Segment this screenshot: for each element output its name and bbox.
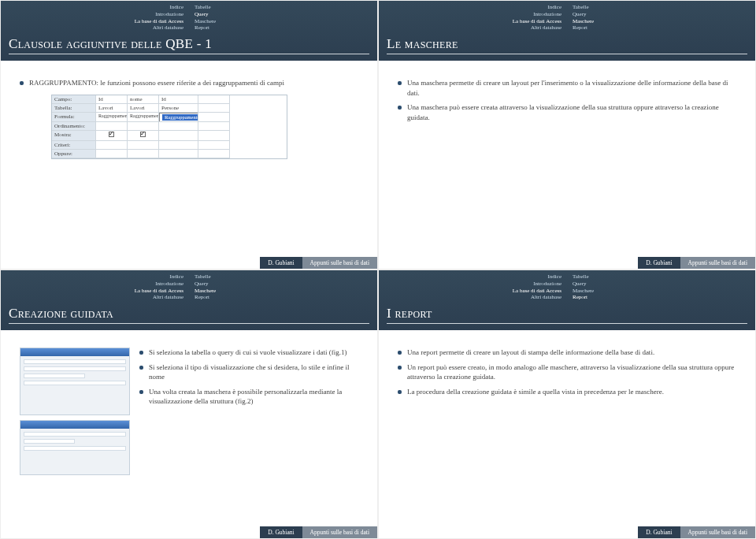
- slide-title: Creazione guidata: [9, 306, 369, 322]
- qbe-cell[interactable]: [128, 141, 159, 150]
- screenshot-column: [20, 348, 130, 480]
- bullet: RAGGRUPPAMENTO: le funzioni possono esse…: [20, 78, 358, 88]
- slide-body: Si seleziona la tabella o query di cui s…: [1, 330, 377, 526]
- qbe-label: Tabella:: [52, 104, 96, 113]
- slide-title: I report: [387, 306, 747, 322]
- qbe-cell[interactable]: [198, 113, 230, 121]
- bullet: Si seleziona la tabella o query di cui s…: [139, 348, 358, 358]
- nav-l0[interactable]: Indice: [170, 273, 184, 281]
- qbe-cell[interactable]: [198, 104, 230, 113]
- footer-author: D. Gubiani: [260, 526, 302, 538]
- nav-l2[interactable]: La base di dati Access: [135, 18, 183, 25]
- qbe-label: Formula:: [52, 113, 96, 121]
- slide-qbe: Indice Introduzione La base di dati Acce…: [0, 0, 378, 270]
- qbe-cell[interactable]: Id: [96, 95, 128, 104]
- qbe-cell[interactable]: Raggruppamento: [96, 113, 128, 121]
- qbe-cell[interactable]: Id: [159, 95, 198, 104]
- nav-l2[interactable]: La base di dati Access: [135, 288, 183, 295]
- qbe-cell[interactable]: Lavori: [128, 104, 159, 113]
- qbe-cell[interactable]: [198, 122, 230, 131]
- slide-report: Indice Introduzione La base di dati Acce…: [378, 270, 756, 539]
- qbe-label: Ordinamento:: [52, 122, 96, 131]
- qbe-label: Criteri:: [52, 141, 96, 150]
- qbe-cell[interactable]: nome: [128, 95, 159, 104]
- qbe-cell[interactable]: [198, 150, 230, 158]
- nav-r2[interactable]: Maschere: [573, 18, 594, 25]
- nav-l3[interactable]: Altri database: [153, 294, 183, 301]
- footer-note: Appunti sulle basi di dati: [680, 526, 755, 538]
- qbe-cell[interactable]: [159, 150, 198, 158]
- dropdown-list[interactable]: Raggruppamento Somma Media Min Max Conte…: [159, 113, 198, 121]
- qbe-cell[interactable]: [96, 141, 128, 150]
- qbe-cell[interactable]: [159, 122, 198, 131]
- nav-l2[interactable]: La base di dati Access: [513, 288, 561, 295]
- qbe-cell[interactable]: [96, 131, 128, 140]
- nav-l0[interactable]: Indice: [548, 273, 562, 281]
- nav-r3[interactable]: Report: [573, 24, 587, 32]
- nav-r2[interactable]: Maschere: [195, 288, 216, 295]
- nav-r3[interactable]: Report: [195, 294, 209, 301]
- dropdown-item[interactable]: Somma: [162, 121, 198, 122]
- footer-author: D. Gubiani: [638, 526, 680, 538]
- qbe-cell[interactable]: [159, 131, 198, 140]
- nav-l0[interactable]: Indice: [548, 4, 562, 11]
- qbe-cell[interactable]: [96, 122, 128, 131]
- footer-note: Appunti sulle basi di dati: [302, 257, 377, 269]
- nav-l1[interactable]: Introduzione: [533, 281, 561, 288]
- slide-body: Una maschera permette di creare un layou…: [379, 61, 755, 257]
- qbe-cell[interactable]: [128, 150, 159, 158]
- qbe-cell[interactable]: Raggruppamento: [128, 113, 159, 121]
- dropdown-item[interactable]: Raggruppamento: [162, 114, 198, 121]
- nav-r3[interactable]: Report: [573, 294, 587, 301]
- nav-l3[interactable]: Altri database: [531, 294, 561, 301]
- qbe-cell-dropdown[interactable]: Raggruppamento Somma Media Min Max Conte…: [159, 113, 198, 121]
- qbe-cell[interactable]: [198, 131, 230, 140]
- qbe-label: Mostra:: [52, 131, 96, 140]
- nav-l1[interactable]: Introduzione: [533, 11, 561, 18]
- qbe-cell[interactable]: [159, 141, 198, 150]
- nav-r1[interactable]: Query: [573, 11, 587, 18]
- nav-r0[interactable]: Tabelle: [195, 273, 211, 281]
- qbe-cell[interactable]: [128, 122, 159, 131]
- wizard-screenshot-1: [20, 348, 130, 415]
- slide-title: Clausole aggiuntive delle QBE - 1: [9, 36, 369, 52]
- nav-l1[interactable]: Introduzione: [155, 11, 183, 18]
- slide-title: Le maschere: [387, 36, 747, 52]
- slide-header: Indice Introduzione La base di dati Acce…: [1, 270, 377, 330]
- qbe-cell[interactable]: Lavori: [96, 104, 128, 113]
- qbe-cell[interactable]: [198, 141, 230, 150]
- nav-l0[interactable]: Indice: [170, 4, 184, 11]
- bullet: Un report può essere creato, in modo ana…: [398, 362, 736, 382]
- qbe-cell[interactable]: [96, 150, 128, 158]
- nav-r2[interactable]: Maschere: [195, 18, 216, 25]
- nav-r1[interactable]: Query: [195, 11, 209, 18]
- slide-footer: D. Gubiani Appunti sulle basi di dati: [379, 526, 755, 538]
- slide-header: Indice Introduzione La base di dati Acce…: [1, 1, 377, 61]
- bullet: Una maschera può essere creata attravers…: [398, 102, 736, 122]
- nav-r1[interactable]: Query: [195, 281, 209, 288]
- nav-r2[interactable]: Maschere: [573, 288, 594, 295]
- slide-creazione: Indice Introduzione La base di dati Acce…: [0, 270, 378, 539]
- checkbox-icon[interactable]: [109, 132, 114, 137]
- footer-author: D. Gubiani: [638, 257, 680, 269]
- qbe-cell[interactable]: [198, 95, 230, 104]
- checkbox-icon[interactable]: [140, 132, 146, 137]
- nav-r3[interactable]: Report: [195, 24, 209, 32]
- footer-note: Appunti sulle basi di dati: [680, 257, 755, 269]
- slide-header: Indice Introduzione La base di dati Acce…: [379, 270, 755, 330]
- nav-l2[interactable]: La base di dati Access: [513, 18, 561, 25]
- nav-l3[interactable]: Altri database: [153, 24, 183, 32]
- slide-header: Indice Introduzione La base di dati Acce…: [379, 1, 755, 61]
- nav-l1[interactable]: Introduzione: [155, 281, 183, 288]
- nav-r1[interactable]: Query: [573, 281, 587, 288]
- nav-r0[interactable]: Tabelle: [573, 4, 589, 11]
- bullet: Una volta creata la maschera è possibile…: [139, 387, 358, 407]
- nav-l3[interactable]: Altri database: [531, 24, 561, 32]
- qbe-grid: Campo:IdnomeId Tabella:LavoriLavoriPerso…: [51, 95, 287, 160]
- bullet: Una maschera permette di creare un layou…: [398, 78, 736, 98]
- qbe-cell[interactable]: Persone: [159, 104, 198, 113]
- nav-r0[interactable]: Tabelle: [195, 4, 211, 11]
- slide-body: Una report permette di creare un layout …: [379, 330, 755, 526]
- nav-r0[interactable]: Tabelle: [573, 273, 589, 281]
- qbe-cell[interactable]: [128, 131, 159, 140]
